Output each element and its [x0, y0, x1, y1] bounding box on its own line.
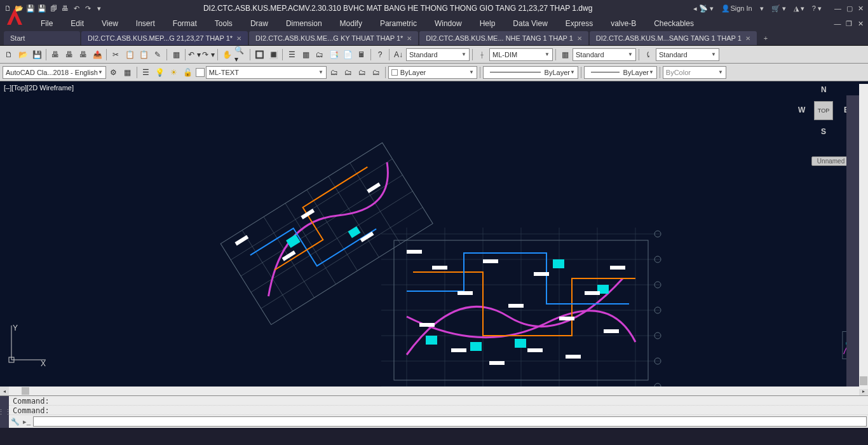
layer-combo[interactable]: ML-TEXT▼ [206, 66, 327, 79]
layermatch-btn[interactable]: 🗂 [356, 66, 369, 79]
redo-icon[interactable]: ↷ [83, 3, 93, 13]
a360-icon[interactable]: ◮ ▾ [792, 3, 806, 13]
saveas-icon[interactable]: 💾 [37, 3, 47, 13]
menu-file[interactable]: File [32, 17, 62, 30]
connectivity-icon[interactable]: ◂ 📡 ▾ [691, 3, 715, 13]
3dprint-btn[interactable]: 📤 [91, 48, 104, 61]
menu-help[interactable]: Help [471, 17, 505, 30]
navcube-north[interactable]: N [821, 85, 827, 94]
command-prompt-icon[interactable]: ▸_ [22, 416, 32, 427]
mleaderstyle-combo[interactable]: Standard▼ [656, 48, 719, 61]
command-customize-icon[interactable]: 🔧 [10, 416, 20, 427]
toolpalettes-btn[interactable]: 🗂 [313, 48, 326, 61]
menu-parametric[interactable]: Parametric [371, 17, 426, 30]
menu-window[interactable]: Window [426, 17, 471, 30]
undo-btn[interactable]: ↶ ▾ [188, 48, 201, 61]
linetype-combo[interactable]: ByLayer▼ [483, 66, 578, 79]
menu-dataview[interactable]: Data View [504, 17, 556, 30]
plotpreview-btn[interactable]: 🖶 [63, 48, 76, 61]
markup-btn[interactable]: 📄 [341, 48, 354, 61]
maximize-icon[interactable]: ▢ [844, 3, 855, 13]
menu-modify[interactable]: Modify [331, 17, 371, 30]
copy-btn[interactable]: 📋 [123, 48, 136, 61]
horizontal-scrollbar[interactable]: ◂ ▸ [0, 387, 868, 395]
dimstyle-btn[interactable]: ⟊ [475, 48, 488, 61]
tab-file-4[interactable]: DI2.CTC.ASB.KUS.M...SANG TANG 1 THAP 1✕ [590, 31, 757, 45]
my-workspace-btn[interactable]: ▦ [121, 66, 134, 79]
tab-close-icon[interactable]: ✕ [745, 35, 750, 42]
menu-view[interactable]: View [93, 17, 127, 30]
vertical-scrollbar[interactable] [859, 84, 868, 389]
menu-valveb[interactable]: valve-B [602, 17, 645, 30]
vscroll-thumb[interactable] [860, 376, 867, 385]
sheetset-btn[interactable]: 📑 [327, 48, 340, 61]
command-handle[interactable]: ⋮⋮ [0, 396, 9, 428]
mleaderstyle-btn[interactable]: ⤹ [642, 48, 654, 61]
drawing-canvas[interactable]: [–][Top][2D Wireframe] [0, 81, 868, 387]
workspace-settings-btn[interactable]: ⚙ [107, 66, 120, 79]
layer-bulb-icon[interactable]: 💡 [154, 66, 166, 79]
plot-icon[interactable]: 🖶 [60, 3, 70, 13]
lineweight-combo[interactable]: ByLayer▼ [584, 66, 657, 79]
layer-color-swatch[interactable] [196, 68, 205, 77]
publish-btn[interactable]: 🖶 [77, 48, 90, 61]
tablestyle-btn[interactable]: ▦ [559, 48, 571, 61]
tab-file-3[interactable]: DI2.CTC.ASB.KUS.ME... NHE TANG 1 THAP 1✕ [419, 31, 588, 45]
doc-minimize-icon[interactable]: — [832, 18, 843, 29]
tab-close-icon[interactable]: ✕ [236, 35, 241, 42]
tab-start[interactable]: Start [4, 31, 80, 45]
signin-dropdown-icon[interactable]: ▾ [758, 3, 766, 13]
matchprop-btn[interactable]: ✎ [151, 48, 164, 61]
minimize-icon[interactable]: — [832, 3, 843, 13]
zoom-btn[interactable]: 🔍▾ [234, 48, 247, 61]
layer-lock-icon[interactable]: 🔓 [182, 66, 194, 79]
layer-sun-icon[interactable]: ☀ [168, 66, 180, 79]
menu-checkables[interactable]: Checkables [645, 17, 703, 30]
paste-btn[interactable]: 📋 [137, 48, 150, 61]
viewport-label[interactable]: [–][Top][2D Wireframe] [4, 84, 74, 92]
menu-edit[interactable]: Edit [62, 17, 93, 30]
doc-close-icon[interactable]: ✕ [855, 18, 865, 29]
cut-btn[interactable]: ✂ [109, 48, 122, 61]
menu-tools[interactable]: Tools [206, 17, 241, 30]
dimstyle-combo[interactable]: ML-DIM▼ [489, 48, 553, 61]
hscroll-left-btn[interactable]: ◂ [0, 387, 9, 395]
quickcalc-btn[interactable]: 🖩 [355, 48, 368, 61]
zoomprev-btn[interactable]: 🔳 [267, 48, 280, 61]
close-icon[interactable]: ✕ [856, 3, 865, 13]
textstyle-combo[interactable]: Standard▼ [406, 48, 470, 61]
layerprev-btn[interactable]: 🗂 [328, 66, 341, 79]
signin-button[interactable]: 👤 Sign In [719, 3, 754, 13]
redo-btn[interactable]: ↷ ▾ [202, 48, 215, 61]
plotcolor-combo[interactable]: ByColor▼ [663, 66, 726, 79]
menu-express[interactable]: Express [557, 17, 602, 30]
save-btn[interactable]: 💾 [31, 48, 43, 61]
doc-restore-icon[interactable]: ❐ [844, 18, 854, 29]
command-input[interactable] [33, 416, 867, 427]
qat-dropdown-icon[interactable]: ▾ [94, 3, 104, 13]
zoomwin-btn[interactable]: 🔲 [253, 48, 266, 61]
plot-btn[interactable]: 🖶 [49, 48, 62, 61]
properties-btn[interactable]: ☰ [285, 48, 298, 61]
open-btn[interactable]: 📂 [17, 48, 29, 61]
navcube-face[interactable]: TOP [814, 101, 833, 120]
new-btn[interactable]: 🗋 [3, 48, 15, 61]
app-logo[interactable] [1, 4, 28, 31]
menu-insert[interactable]: Insert [127, 17, 164, 30]
menu-dimension[interactable]: Dimension [277, 17, 331, 30]
blockeditor-btn[interactable]: ▦ [170, 48, 182, 61]
navcube-west[interactable]: W [798, 106, 805, 114]
exchange-icon[interactable]: 🛒 ▾ [770, 3, 788, 13]
view-cube[interactable]: N S E W TOP [798, 85, 849, 136]
tab-file-2[interactable]: DI2.CTC.ASB.KUS.ME...G KY THUAT THAP 1*✕ [249, 31, 418, 45]
undo-icon[interactable]: ↶ [71, 3, 81, 13]
help-btn[interactable]: ? [374, 48, 386, 61]
navcube-south[interactable]: S [821, 127, 826, 136]
designcenter-btn[interactable]: ▦ [299, 48, 312, 61]
workspace-combo[interactable]: AutoCAD Cla...2018 - English▼ [3, 66, 106, 79]
tab-close-icon[interactable]: ✕ [577, 35, 582, 42]
tablestyle-combo[interactable]: Standard▼ [573, 48, 636, 61]
layermgr-btn[interactable]: ☰ [140, 66, 153, 79]
menu-format[interactable]: Format [164, 17, 206, 30]
pan-btn[interactable]: ✋ [220, 48, 233, 61]
